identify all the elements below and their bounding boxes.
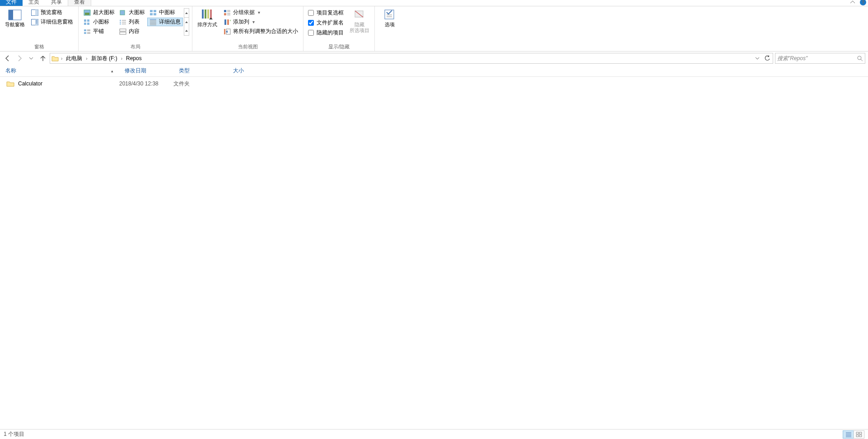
svg-rect-18 <box>84 32 86 34</box>
file-ext-toggle[interactable]: 文件扩展名 <box>306 18 345 27</box>
svg-rect-52 <box>224 29 225 34</box>
layout-medium[interactable]: 中图标 <box>147 8 183 17</box>
svg-rect-10 <box>85 13 89 15</box>
ribbon: 导航窗格 预览窗格 详细信息窗格 窗格 超大图标 小图标 平铺 <box>0 6 868 52</box>
svg-rect-22 <box>120 20 121 21</box>
tab-home[interactable]: 主页 <box>23 0 45 6</box>
svg-rect-50 <box>227 19 229 25</box>
group-by-button[interactable]: 分组依据▾ <box>221 8 300 17</box>
options-button[interactable]: 选项 <box>378 8 402 28</box>
svg-rect-29 <box>120 32 126 34</box>
extra-large-icon <box>84 9 91 16</box>
search-box[interactable] <box>775 53 865 64</box>
svg-rect-68 <box>859 435 862 437</box>
file-type: 文件夹 <box>173 80 228 88</box>
breadcrumb-1[interactable]: 新加卷 (F:) <box>89 53 119 64</box>
chevron-right-icon[interactable]: › <box>120 56 123 61</box>
hide-selected-button[interactable]: 隐藏所选项目 <box>347 8 372 34</box>
column-name[interactable]: 名称▴ <box>0 65 119 76</box>
column-headers: 名称▴ 修改日期 类型 大小 <box>0 65 868 77</box>
svg-rect-42 <box>210 9 212 19</box>
layout-tiles[interactable]: 平铺 <box>81 27 117 36</box>
hidden-items-toggle[interactable]: 隐藏的项目 <box>306 28 345 37</box>
view-mode-details[interactable] <box>843 430 854 439</box>
content-icon <box>119 28 126 35</box>
svg-rect-49 <box>224 19 226 25</box>
address-dropdown-button[interactable] <box>753 54 762 63</box>
svg-rect-14 <box>87 23 89 25</box>
nav-pane-icon <box>8 9 22 21</box>
column-date[interactable]: 修改日期 <box>119 65 173 76</box>
tab-bar: 文件 主页 共享 查看 ? <box>0 0 868 6</box>
search-icon[interactable] <box>857 55 863 61</box>
file-row[interactable]: Calculator 2018/4/30 12:38 文件夹 <box>0 79 868 89</box>
address-box[interactable]: › 此电脑 › 新加卷 (F:) › Repos <box>50 53 773 64</box>
breadcrumb-2[interactable]: Repos <box>124 54 144 63</box>
svg-rect-65 <box>856 432 859 434</box>
minimize-ribbon-icon[interactable] <box>850 0 855 5</box>
item-checkboxes-toggle[interactable]: 项目复选框 <box>306 8 345 17</box>
small-icon <box>84 19 91 25</box>
ribbon-group-show-hide: 项目复选框 文件扩展名 隐藏的项目 隐藏所选项目 显示/隐藏 <box>303 6 375 51</box>
svg-rect-12 <box>87 19 89 22</box>
nav-back-button[interactable] <box>3 53 13 63</box>
layout-small[interactable]: 小图标 <box>81 18 117 26</box>
ribbon-group-options: 选项 <box>375 6 405 51</box>
tab-file[interactable]: 文件 <box>0 0 23 6</box>
file-date: 2018/4/30 12:38 <box>119 80 173 87</box>
autosize-icon <box>224 28 231 35</box>
large-icon <box>119 9 126 16</box>
nav-history-dropdown[interactable] <box>26 53 36 63</box>
chevron-right-icon[interactable]: › <box>85 56 88 61</box>
preview-pane-button[interactable]: 预览窗格 <box>29 8 75 17</box>
status-bar: 1 个项目 <box>0 429 868 439</box>
add-columns-button[interactable]: +添加列▾ <box>221 18 300 26</box>
column-type[interactable]: 类型 <box>173 65 228 76</box>
add-columns-icon: + <box>224 19 231 25</box>
refresh-button[interactable] <box>763 54 772 63</box>
breadcrumb-0[interactable]: 此电脑 <box>64 53 84 64</box>
svg-rect-32 <box>150 13 153 15</box>
folder-icon <box>6 80 14 87</box>
group-label-layout: 布局 <box>81 43 189 50</box>
layout-large[interactable]: 大图标 <box>117 8 147 17</box>
tab-share[interactable]: 共享 <box>45 0 68 6</box>
layout-list[interactable]: 列表 <box>117 18 147 26</box>
tiles-icon <box>84 28 91 35</box>
nav-up-button[interactable] <box>38 53 48 63</box>
svg-rect-66 <box>859 432 862 434</box>
sort-by-button[interactable]: 排序方式 <box>195 8 219 28</box>
layout-details[interactable]: 详细信息 <box>147 18 183 26</box>
group-label-show-hide: 显示/隐藏 <box>306 43 372 50</box>
chevron-right-icon[interactable]: › <box>60 56 63 61</box>
svg-rect-33 <box>154 13 156 15</box>
help-icon[interactable]: ? <box>860 0 866 5</box>
svg-rect-21 <box>120 10 125 15</box>
nav-pane-button[interactable]: 导航窗格 <box>3 8 27 28</box>
svg-rect-11 <box>84 19 86 22</box>
status-item-count: 1 个项目 <box>4 430 24 438</box>
column-size[interactable]: 大小 <box>228 65 264 76</box>
file-name: Calculator <box>18 80 42 87</box>
chevron-down-icon: ▾ <box>252 19 256 24</box>
svg-text:+: + <box>229 19 231 23</box>
svg-rect-26 <box>120 24 121 24</box>
svg-rect-40 <box>205 9 206 19</box>
details-pane-button[interactable]: 详细信息窗格 <box>29 18 75 26</box>
tab-view[interactable]: 查看 <box>68 0 91 6</box>
svg-rect-3 <box>35 9 38 15</box>
view-mode-icons[interactable] <box>854 430 864 439</box>
layout-extra-large[interactable]: 超大图标 <box>81 8 117 17</box>
svg-point-59 <box>858 56 861 60</box>
layout-content[interactable]: 内容 <box>117 27 147 36</box>
svg-line-60 <box>861 59 863 61</box>
svg-rect-15 <box>84 29 86 31</box>
svg-rect-13 <box>84 23 86 25</box>
address-bar-row: › 此电脑 › 新加卷 (F:) › Repos <box>0 52 868 65</box>
chevron-down-icon: ▾ <box>257 10 261 15</box>
layout-scroll[interactable] <box>184 8 189 36</box>
search-input[interactable] <box>777 55 849 61</box>
nav-forward-button[interactable] <box>14 53 24 63</box>
autosize-columns-button[interactable]: 将所有列调整为合适的大小 <box>221 27 300 36</box>
svg-rect-24 <box>120 22 121 23</box>
